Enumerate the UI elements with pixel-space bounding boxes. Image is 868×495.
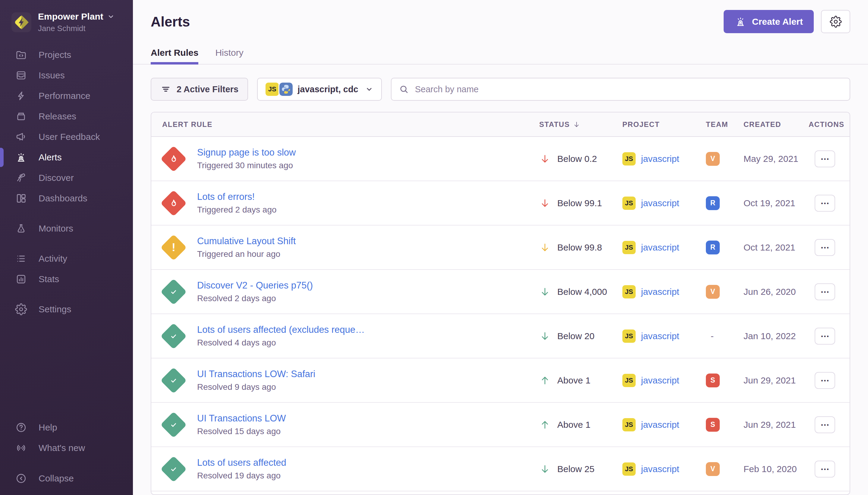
sidebar-item-collapse[interactable]: Collapse bbox=[0, 468, 133, 489]
project-link[interactable]: javascript bbox=[641, 331, 679, 341]
resolved-status-icon bbox=[160, 323, 187, 349]
alert-rule-link[interactable]: Signup page is too slow bbox=[197, 147, 296, 158]
search-icon bbox=[399, 84, 409, 95]
check-icon bbox=[168, 375, 179, 386]
project-link[interactable]: javascript bbox=[641, 375, 679, 386]
javascript-icon: JS bbox=[622, 462, 636, 476]
sidebar-item-label: Alerts bbox=[39, 152, 62, 163]
sidebar-item-releases[interactable]: Releases bbox=[0, 106, 133, 126]
alert-rule-link[interactable]: UI Transactions LOW bbox=[197, 413, 286, 424]
nav-section: ProjectsIssuesPerformanceReleasesUser Fe… bbox=[0, 45, 133, 209]
search-input[interactable] bbox=[414, 84, 843, 95]
status-value: Below 25 bbox=[557, 464, 594, 474]
active-filters-label: 2 Active Filters bbox=[177, 84, 238, 95]
team-none: - bbox=[706, 331, 714, 341]
sidebar-item-whats-new[interactable]: What's new bbox=[0, 438, 133, 458]
row-actions-button[interactable]: … bbox=[815, 195, 835, 211]
settings-button[interactable] bbox=[821, 10, 850, 33]
arrow-down-icon bbox=[539, 463, 551, 475]
row-actions-button[interactable]: … bbox=[815, 372, 835, 389]
javascript-icon: JS bbox=[622, 152, 636, 166]
alert-rule-link[interactable]: Lots of users affected (excludes reque… bbox=[197, 324, 365, 335]
javascript-icon: JS bbox=[265, 83, 279, 96]
sidebar-item-user-feedback[interactable]: User Feedback bbox=[0, 126, 133, 147]
javascript-icon: JS bbox=[622, 374, 636, 387]
row-actions-button[interactable]: … bbox=[815, 416, 835, 433]
org-logo-icon bbox=[12, 12, 31, 32]
column-header-alert-rule: ALERT RULE bbox=[151, 120, 539, 129]
active-indicator bbox=[0, 148, 4, 167]
alert-rule-link[interactable]: UI Transactions LOW: Safari bbox=[197, 369, 315, 379]
row-actions-button[interactable]: … bbox=[815, 461, 835, 478]
arrow-down-icon bbox=[539, 242, 551, 253]
project-selector-label: javascript, cdc bbox=[297, 84, 358, 95]
sidebar-item-label: Collapse bbox=[39, 473, 74, 483]
sidebar-item-alerts[interactable]: Alerts bbox=[0, 147, 133, 168]
column-header-status[interactable]: STATUS bbox=[539, 120, 622, 129]
divider bbox=[0, 458, 133, 468]
sidebar-item-label: Dashboards bbox=[39, 193, 87, 204]
sort-desc-icon bbox=[573, 121, 580, 129]
team-avatar[interactable]: S bbox=[706, 418, 720, 432]
project-selector[interactable]: JS javascript, cdc bbox=[257, 78, 382, 101]
table-header-row: ALERT RULE STATUS PROJECT TEAM CREATED A… bbox=[151, 113, 850, 137]
alert-rule-link[interactable]: Discover V2 - Queries p75() bbox=[197, 280, 313, 291]
active-filters-button[interactable]: 2 Active Filters bbox=[151, 78, 248, 101]
sidebar-item-issues[interactable]: Issues bbox=[0, 65, 133, 86]
releases-icon bbox=[15, 110, 27, 122]
create-alert-button[interactable]: Create Alert bbox=[724, 10, 814, 33]
sidebar-item-settings[interactable]: Settings bbox=[0, 299, 133, 320]
created-date: Oct 19, 2021 bbox=[744, 198, 809, 208]
team-avatar[interactable]: R bbox=[706, 196, 720, 210]
column-header-actions: ACTIONS bbox=[809, 120, 850, 129]
column-header-team: TEAM bbox=[706, 120, 744, 129]
status-value: Below 20 bbox=[557, 331, 594, 341]
javascript-icon: JS bbox=[622, 241, 636, 254]
help-icon bbox=[15, 422, 27, 433]
org-switcher[interactable]: Empower Plant Jane Schmidt bbox=[12, 12, 124, 33]
team-avatar[interactable]: V bbox=[706, 462, 720, 476]
arrow-up-icon bbox=[539, 419, 551, 430]
row-actions-button[interactable]: … bbox=[815, 150, 835, 167]
sidebar-item-activity[interactable]: Activity bbox=[0, 249, 133, 269]
sidebar-item-dashboards[interactable]: Dashboards bbox=[0, 188, 133, 209]
python-icon bbox=[279, 83, 293, 96]
resolved-status-icon bbox=[160, 411, 187, 438]
sidebar-item-stats[interactable]: Stats bbox=[0, 269, 133, 289]
team-avatar[interactable]: S bbox=[706, 374, 720, 387]
created-date: Jun 29, 2021 bbox=[744, 420, 809, 430]
project-link[interactable]: javascript bbox=[641, 242, 679, 253]
flame-icon bbox=[168, 153, 179, 164]
alert-rule-link[interactable]: Lots of users affected bbox=[197, 457, 286, 468]
tab-history[interactable]: History bbox=[215, 48, 243, 64]
alert-rule-link[interactable]: Lots of errors! bbox=[197, 191, 277, 202]
alert-rule-link[interactable]: Cumulative Layout Shift bbox=[197, 236, 296, 246]
project-link[interactable]: javascript bbox=[641, 287, 679, 297]
sidebar-item-performance[interactable]: Performance bbox=[0, 86, 133, 106]
alert-rule-subtitle: Triggered 2 days ago bbox=[197, 205, 277, 215]
sidebar-item-label: Issues bbox=[39, 70, 65, 81]
row-actions-button[interactable]: … bbox=[815, 239, 835, 256]
project-link[interactable]: javascript bbox=[641, 464, 679, 474]
sidebar-item-monitors[interactable]: Monitors bbox=[0, 218, 133, 239]
created-date: Jun 26, 2020 bbox=[744, 287, 809, 297]
sidebar-item-projects[interactable]: Projects bbox=[0, 45, 133, 65]
team-avatar[interactable]: V bbox=[706, 285, 720, 299]
critical-status-icon bbox=[160, 146, 187, 172]
row-actions-button[interactable]: … bbox=[815, 284, 835, 300]
stats-icon bbox=[15, 273, 27, 285]
team-avatar[interactable]: V bbox=[706, 152, 720, 166]
sidebar-item-help[interactable]: Help bbox=[0, 417, 133, 438]
project-link[interactable]: javascript bbox=[641, 420, 679, 430]
sidebar-item-label: Projects bbox=[39, 50, 71, 60]
row-actions-button[interactable]: … bbox=[815, 328, 835, 345]
projects-icon bbox=[15, 49, 27, 61]
tab-alert-rules[interactable]: Alert Rules bbox=[151, 48, 198, 64]
column-header-created: CREATED bbox=[744, 120, 809, 129]
team-avatar[interactable]: R bbox=[706, 241, 720, 254]
project-link[interactable]: javascript bbox=[641, 198, 679, 208]
broadcast-icon bbox=[15, 442, 27, 454]
status-value: Above 1 bbox=[557, 420, 590, 430]
project-link[interactable]: javascript bbox=[641, 154, 679, 164]
sidebar-item-discover[interactable]: Discover bbox=[0, 168, 133, 188]
